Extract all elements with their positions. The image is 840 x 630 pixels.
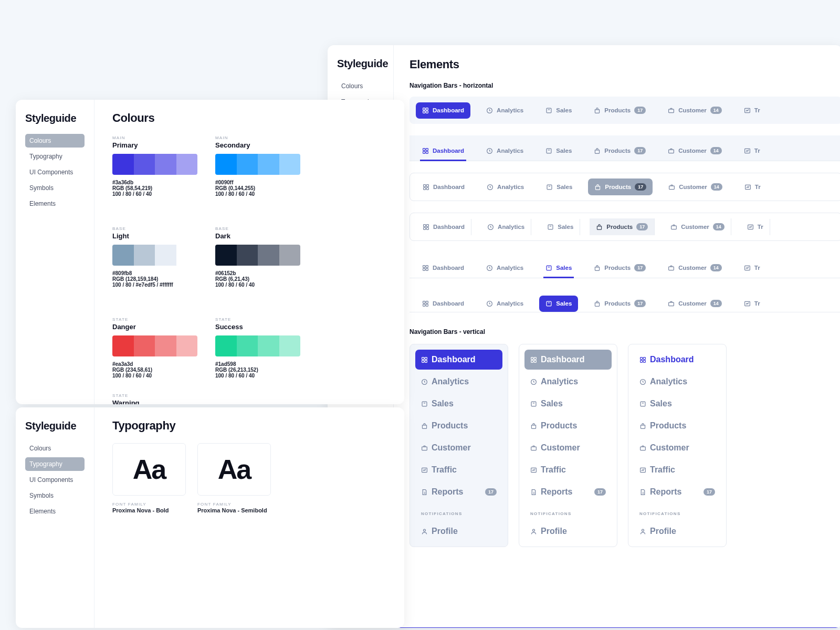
svg-rect-58 <box>534 357 536 359</box>
nav-item-customer[interactable]: Customer <box>415 438 502 458</box>
subheading-horizontal: Navigation Bars - horizontal <box>410 82 840 89</box>
svg-point-74 <box>642 529 644 531</box>
nav-item-sales[interactable]: Sales <box>539 141 578 161</box>
nav-item-tr[interactable]: Tr <box>738 258 766 278</box>
colour-block: BASE Light #809fb8 RGB (128,159,184) 100… <box>112 226 197 288</box>
sidebar-item-symbols[interactable]: Symbols <box>25 489 85 502</box>
nav-item-analytics[interactable]: Analytics <box>634 372 721 392</box>
nav-item-dashboard[interactable]: Dashboard <box>634 350 721 370</box>
nav-item-customer[interactable]: Customer 14 <box>662 141 728 161</box>
nav-item-analytics[interactable]: Analytics <box>480 296 530 312</box>
nav-item-analytics[interactable]: Analytics <box>524 372 612 392</box>
nav-item-products[interactable]: Products 17 <box>587 141 652 161</box>
nav-item-sales[interactable]: Sales <box>540 179 579 195</box>
nav-item-reports[interactable]: Reports 17 <box>415 482 502 502</box>
nav-item-reports[interactable]: Reports 17 <box>524 482 612 502</box>
nav-bar: Dashboard Analytics Sales Products 17 Cu… <box>410 97 840 124</box>
nav-item-tr[interactable]: Tr <box>738 179 767 195</box>
nav-item-dashboard[interactable]: Dashboard <box>416 102 470 119</box>
nav-item-analytics[interactable]: Analytics <box>480 258 530 278</box>
nav-label: Sales <box>556 300 572 307</box>
nav-item-analytics[interactable]: Analytics <box>481 219 531 235</box>
nav-item-products[interactable]: Products 17 <box>587 295 652 312</box>
nav-item-products[interactable]: Products <box>415 416 502 436</box>
nav-item-sales[interactable]: Sales <box>541 219 580 235</box>
svg-rect-71 <box>640 402 645 406</box>
sidebar-item-elements[interactable]: Elements <box>25 197 85 211</box>
bag-icon <box>594 107 601 114</box>
nav-item-dashboard[interactable]: Dashboard <box>415 350 502 370</box>
nav-label: Sales <box>556 184 572 190</box>
nav-bar: Dashboard Analytics Sales Products 17 Cu… <box>410 290 840 312</box>
svg-rect-62 <box>531 402 536 406</box>
svg-rect-57 <box>531 357 533 359</box>
nav-item-customer[interactable]: Customer 14 <box>662 102 728 119</box>
nav-item-customer[interactable]: Customer 14 <box>662 258 728 278</box>
svg-rect-63 <box>531 447 537 450</box>
nav-item-dashboard[interactable]: Dashboard <box>416 141 470 161</box>
nav-item-customer[interactable]: Customer <box>524 438 612 458</box>
nav-item-customer[interactable]: Customer 14 <box>664 218 731 235</box>
sidebar-item-ui[interactable]: UI Components <box>25 165 85 179</box>
nav-item-dashboard[interactable]: Dashboard <box>416 296 470 312</box>
nav-item-customer[interactable]: Customer 14 <box>662 178 729 195</box>
nav-item-tr[interactable]: Tr <box>738 296 766 312</box>
nav-label: Profile <box>541 527 567 536</box>
sidebar-item-ui[interactable]: UI Components <box>25 473 85 487</box>
nav-item-dashboard[interactable]: Dashboard <box>416 258 470 278</box>
nav-label: Sales <box>558 224 573 230</box>
sidebar-item-typography[interactable]: Typography <box>25 457 85 471</box>
nav-item-customer[interactable]: Customer 14 <box>662 295 728 312</box>
nav-label: Products <box>650 421 686 430</box>
nav-item-products[interactable]: Products <box>524 416 612 436</box>
sidebar-item-colours[interactable]: Colours <box>337 79 384 93</box>
svg-rect-34 <box>423 268 425 270</box>
nav-item-analytics[interactable]: Analytics <box>480 179 530 195</box>
svg-rect-35 <box>426 268 428 270</box>
colour-opc: 100 / 80 / 60 / 40 <box>215 373 300 379</box>
sidebar-item-elements[interactable]: Elements <box>25 505 85 518</box>
nav-label: Customer <box>541 443 580 453</box>
nav-item-analytics[interactable]: Analytics <box>480 141 530 161</box>
font-specimen: Aa <box>218 454 250 485</box>
nav-item-tr[interactable]: Tr <box>741 219 770 235</box>
nav-item-products[interactable]: Products 17 <box>587 102 652 119</box>
nav-item-sales[interactable]: Sales <box>524 394 612 414</box>
nav-item-tr[interactable]: Tr <box>738 141 766 161</box>
svg-rect-0 <box>423 108 425 110</box>
nav-item-profile[interactable]: Profile <box>634 521 721 541</box>
nav-item-profile[interactable]: Profile <box>415 521 502 541</box>
nav-item-analytics[interactable]: Analytics <box>415 372 502 392</box>
sidebar-item-colours[interactable]: Colours <box>25 442 85 455</box>
sidebar-item-colours[interactable]: Colours <box>25 134 85 148</box>
nav-item-dashboard[interactable]: Dashboard <box>524 350 612 370</box>
grid-icon <box>639 356 646 363</box>
sidebar-item-typography[interactable]: Typography <box>25 150 85 163</box>
content: Elements Navigation Bars - horizontal Da… <box>394 45 840 628</box>
nav-item-customer[interactable]: Customer <box>634 438 721 458</box>
nav-item-traffic[interactable]: Traffic <box>634 460 721 480</box>
nav-item-products[interactable]: Products 17 <box>588 178 653 195</box>
nav-item-sales[interactable]: Sales <box>415 394 502 414</box>
colour-bar <box>112 245 197 266</box>
nav-item-profile[interactable]: Profile <box>524 521 612 541</box>
nav-item-traffic[interactable]: Traffic <box>524 460 612 480</box>
sidebar-item-symbols[interactable]: Symbols <box>25 181 85 195</box>
font-specimen: Aa <box>133 454 165 485</box>
nav-item-traffic[interactable]: Traffic <box>415 460 502 480</box>
nav-item-products[interactable]: Products <box>634 416 721 436</box>
nav-label: Products <box>604 107 631 113</box>
nav-item-tr[interactable]: Tr <box>738 102 766 119</box>
nav-item-sales[interactable]: Sales <box>634 394 721 414</box>
nav-item-dashboard[interactable]: Dashboard <box>416 219 471 235</box>
nav-item-sales[interactable]: Sales <box>539 102 578 119</box>
nav-item-products[interactable]: Products 17 <box>590 218 655 235</box>
nav-label: Customer <box>678 107 707 113</box>
nav-item-reports[interactable]: Reports 17 <box>634 482 721 502</box>
nav-item-sales[interactable]: Sales <box>539 258 578 278</box>
nav-item-products[interactable]: Products 17 <box>587 258 652 278</box>
nav-item-analytics[interactable]: Analytics <box>480 102 530 119</box>
nav-item-dashboard[interactable]: Dashboard <box>416 179 471 195</box>
colour-block: MAIN Secondary #0090ff RGB (0,144,255) 1… <box>215 135 300 197</box>
nav-item-sales[interactable]: Sales <box>539 296 578 312</box>
